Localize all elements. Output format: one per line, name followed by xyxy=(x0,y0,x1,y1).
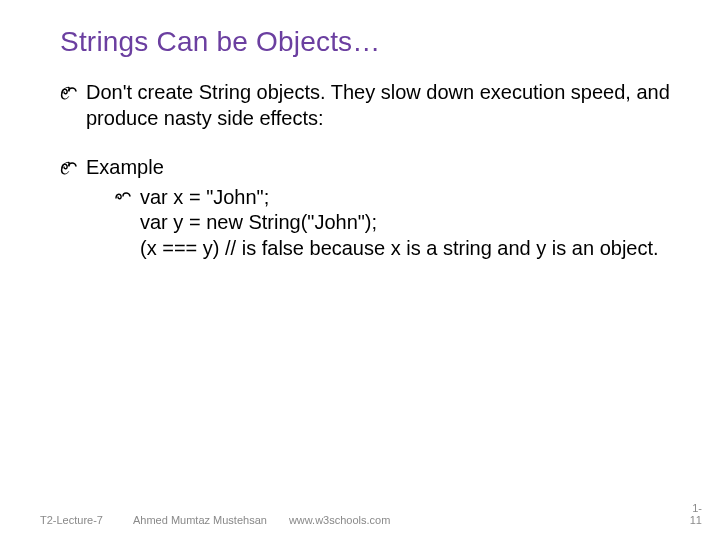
page-line-2: 11 xyxy=(690,514,702,526)
bullet-code-block: var x = "John"; var y = new String("John… xyxy=(114,185,672,262)
bullet-text: Don't create String objects. They slow d… xyxy=(86,81,670,129)
code-line-2: var y = new String("John"); xyxy=(140,210,672,236)
slide: Strings Can be Objects… Don't create Str… xyxy=(0,0,720,540)
slide-footer: T2-Lecture-7 Ahmed Mumtaz Mustehsan www.… xyxy=(0,502,720,526)
code-line-3: (x === y) // is false because x is a str… xyxy=(140,236,672,262)
slide-body: Don't create String objects. They slow d… xyxy=(60,80,672,262)
slide-title: Strings Can be Objects… xyxy=(60,26,672,58)
swirl-bullet-icon xyxy=(114,189,132,203)
footer-page-number: 1- 11 xyxy=(690,502,720,526)
footer-site: www.w3schools.com xyxy=(267,514,390,526)
bullet-dont-create: Don't create String objects. They slow d… xyxy=(60,80,672,131)
swirl-bullet-icon xyxy=(60,159,78,173)
footer-lecture: T2-Lecture-7 xyxy=(0,514,103,526)
footer-author: Ahmed Mumtaz Mustehsan xyxy=(103,514,267,526)
page-line-1: 1- xyxy=(690,502,702,514)
bullet-example: Example var x = "John"; var y = new Stri… xyxy=(60,155,672,261)
code-line-1: var x = "John"; xyxy=(140,185,672,211)
swirl-bullet-icon xyxy=(60,84,78,98)
bullet-text: Example xyxy=(86,156,164,178)
